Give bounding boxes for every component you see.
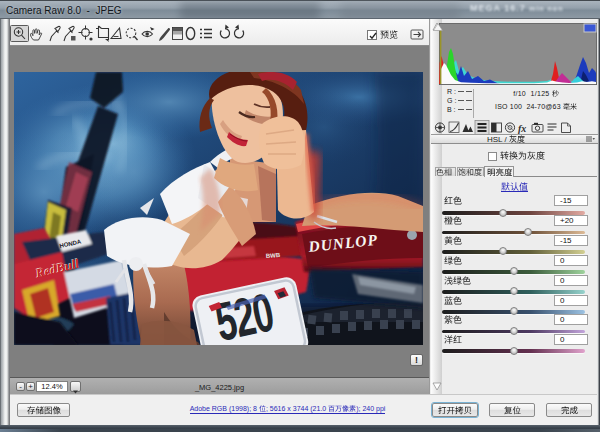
svg-text:BWB: BWB: [266, 252, 281, 259]
svg-text:fx: fx: [518, 123, 526, 134]
